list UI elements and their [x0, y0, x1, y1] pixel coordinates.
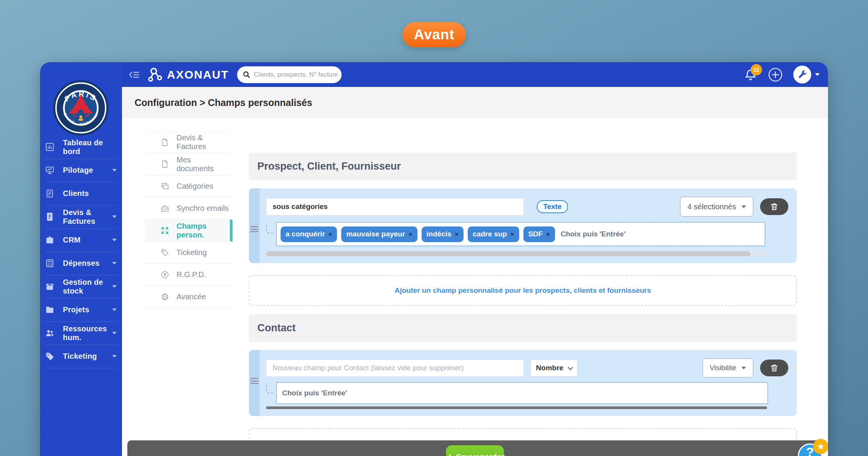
main-panel: Configuration > Champs personnalisés Dev… [122, 87, 828, 456]
section-title: Prospect, Client, Fournisseur [257, 161, 401, 172]
sidebar-item-crm[interactable]: CRM [40, 228, 122, 252]
expand-arrows-icon [160, 226, 170, 235]
horizontal-scrollbar[interactable] [266, 251, 765, 256]
help-star-badge: ★ [813, 439, 828, 454]
sidebar-item-clients[interactable]: Clients [40, 182, 122, 205]
subnav-item-label: Avancée [176, 292, 206, 301]
choice-tag-label: indécis [427, 230, 451, 238]
document-lines-icon [45, 189, 55, 199]
subnav-item-label: Mes documents [176, 156, 230, 173]
sidebar-item-pilotage[interactable]: Pilotage [40, 159, 122, 182]
star-icon: ★ [817, 442, 825, 452]
delete-field-button[interactable] [760, 360, 788, 376]
sidebar-item-label: CRM [63, 236, 80, 244]
choice-tag: cadre sup × [468, 226, 519, 242]
company-logo[interactable]: PARIS SAINT - GERMAIN [53, 80, 109, 136]
folder-icon [45, 305, 55, 315]
remove-tag-icon[interactable]: × [328, 231, 332, 238]
remove-tag-icon[interactable]: × [546, 231, 550, 238]
sidebar-item-label: Gestion de stock [63, 278, 112, 295]
section-header-contact: Contact [249, 314, 797, 342]
sidebar-item-ticketing[interactable]: Ticketing [40, 345, 122, 368]
sidebar-item-projets[interactable]: Projets [40, 298, 122, 321]
envelope-open-icon [160, 204, 170, 213]
chevron-down-icon [568, 365, 573, 370]
choice-tag-label: cadre sup [473, 230, 507, 238]
subnav-item-mes-documents[interactable]: Mes documents [145, 153, 230, 175]
field-type-select[interactable]: Nombre [530, 360, 578, 377]
sidebar-item-devis-factures[interactable]: Devis & Factures [40, 205, 122, 228]
subnav-item-champs-person[interactable]: Champs person. [145, 220, 230, 242]
gear-icon: ⚙ [160, 292, 170, 302]
choice-tag-label: a conquérir [286, 230, 325, 238]
global-search[interactable] [237, 66, 342, 83]
subnav-item-synchro-emails[interactable]: Synchro emails [145, 197, 230, 220]
search-input[interactable] [254, 71, 338, 79]
visibility-select[interactable]: 4 sélectionnés [680, 197, 753, 217]
box-icon [45, 282, 55, 292]
subnav-item-categories[interactable]: Catégories [145, 175, 230, 197]
choices-input-area[interactable]: Choix puis 'Entrée' [276, 382, 768, 404]
subnav-item-label: Synchro emails [176, 204, 229, 213]
choices-input-area[interactable]: a conquérir × mauvaise payeur × indécis … [276, 222, 765, 246]
sidebar-item-ressources-hum[interactable]: Ressources hum. [40, 321, 122, 345]
chevron-down-icon [112, 355, 117, 358]
add-field-link[interactable]: Ajouter un champ personnalisé pour les p… [395, 286, 651, 295]
subnav-item-label: Champs person. [176, 222, 230, 239]
collapse-sidebar-button[interactable] [128, 69, 141, 80]
remove-tag-icon[interactable]: × [510, 231, 514, 238]
custom-field-card-contact: Nombre Visibilité [249, 350, 797, 416]
axonaut-logo[interactable]: AXONAUT [148, 67, 229, 82]
sidebar-item-label: Clients [63, 189, 89, 198]
wrench-icon [797, 69, 808, 80]
save-bar: ✓ Sauvegarder [127, 440, 821, 456]
subnav-item-ticketing[interactable]: Ticketing [145, 242, 230, 264]
horizontal-scrollbar[interactable] [266, 406, 767, 409]
subnav-item-label: Catégories [176, 182, 213, 191]
drag-handle[interactable] [250, 378, 258, 384]
chevron-down-icon [815, 73, 820, 76]
subnav-item-rgpd[interactable]: R.G.P.D. [145, 264, 230, 286]
add-field-dropzone-prospect[interactable]: Ajouter un champ personnalisé pour les p… [249, 275, 797, 306]
sidebar-item-depenses[interactable]: Dépenses [40, 252, 122, 275]
sidebar-item-label: Projets [63, 305, 89, 314]
scrollbar-thumb[interactable] [266, 251, 751, 256]
trash-icon [770, 202, 779, 211]
sidebar-menu: Tableau de bord Pilotage Clients De [40, 135, 122, 368]
delete-field-button[interactable] [760, 198, 788, 215]
field-name-input[interactable] [266, 198, 524, 215]
chevron-down-icon [112, 332, 117, 334]
avant-badge: Avant [403, 22, 466, 47]
tag-icon [45, 352, 55, 361]
chevron-down-icon [112, 239, 117, 241]
sidebar-item-label: Ressources hum. [63, 324, 112, 342]
subnav-item-devis-factures[interactable]: Devis & Factures [145, 131, 230, 153]
subnav-item-label: Ticketing [176, 248, 207, 257]
subnav-item-label: R.G.P.D. [176, 270, 206, 279]
breadcrumb: Configuration > Champs personnalisés [135, 97, 312, 108]
visibility-select[interactable]: Visibilité [703, 358, 753, 377]
sidebar-item-label: Pilotage [63, 166, 93, 175]
sidebar: PARIS SAINT - GERMAIN Tableau de bord Pi… [40, 62, 122, 456]
trash-icon [770, 363, 779, 373]
chevron-down-icon [112, 285, 117, 288]
divider [45, 368, 117, 368]
save-button[interactable]: ✓ Sauvegarder [446, 445, 504, 456]
user-menu[interactable] [793, 66, 820, 83]
remove-tag-icon[interactable]: × [455, 231, 459, 238]
breadcrumb-strip: Configuration > Champs personnalisés [122, 87, 828, 119]
notifications-button[interactable]: 11 [744, 68, 757, 82]
field-type-badge[interactable]: Texte [537, 200, 568, 213]
sidebar-item-tableau-de-bord[interactable]: Tableau de bord [40, 135, 122, 159]
visibility-select-value: 4 sélectionnés [687, 202, 736, 211]
sidebar-item-gestion-de-stock[interactable]: Gestion de stock [40, 275, 122, 298]
choice-tag: SDF × [523, 226, 555, 242]
sidebar-item-label: Tableau de bord [63, 138, 117, 156]
subnav-item-avancee[interactable]: ⚙ Avancée [145, 286, 230, 308]
choice-tag: indécis × [422, 226, 464, 242]
field-name-input[interactable] [266, 360, 524, 377]
brand-name: AXONAUT [167, 68, 229, 81]
remove-tag-icon[interactable]: × [409, 231, 412, 238]
drag-handle[interactable] [250, 226, 258, 232]
quick-add-button[interactable] [767, 67, 783, 83]
